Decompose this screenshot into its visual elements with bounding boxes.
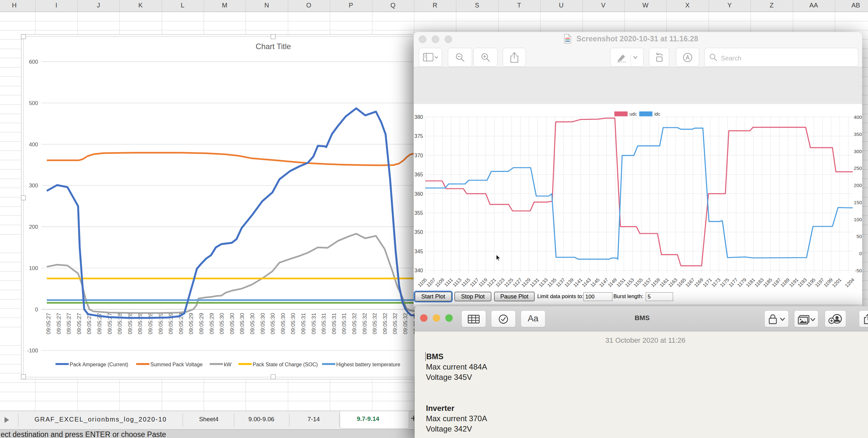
svg-text:09:05:27: 09:05:27 bbox=[56, 313, 62, 334]
svg-text:1113: 1113 bbox=[452, 277, 462, 288]
svg-text:09:05:30: 09:05:30 bbox=[290, 313, 296, 334]
svg-text:100: 100 bbox=[854, 217, 862, 222]
svg-text:09:05:31: 09:05:31 bbox=[321, 313, 327, 334]
svg-text:1165: 1165 bbox=[676, 277, 687, 288]
svg-text:380: 380 bbox=[414, 114, 423, 120]
svg-text:1183: 1183 bbox=[753, 277, 765, 288]
svg-text:1197: 1197 bbox=[814, 277, 825, 288]
svg-text:09:05:29: 09:05:29 bbox=[198, 313, 205, 334]
svg-text:1139: 1139 bbox=[563, 277, 575, 288]
svg-text:1167: 1167 bbox=[684, 277, 696, 288]
svg-text:1199: 1199 bbox=[823, 277, 834, 288]
svg-text:1135: 1135 bbox=[546, 277, 558, 288]
svg-text:345: 345 bbox=[414, 249, 423, 254]
svg-text:1149: 1149 bbox=[607, 277, 618, 288]
svg-text:1163: 1163 bbox=[667, 277, 678, 288]
svg-text:09:05:29: 09:05:29 bbox=[188, 313, 194, 334]
svg-text:0: 0 bbox=[859, 251, 862, 256]
svg-text:1119: 1119 bbox=[477, 277, 488, 288]
svg-text:09:05:27: 09:05:27 bbox=[66, 313, 72, 334]
svg-text:1177: 1177 bbox=[727, 277, 739, 288]
svg-text:1137: 1137 bbox=[555, 277, 566, 288]
svg-text:1131: 1131 bbox=[529, 277, 540, 288]
svg-text:idc: idc bbox=[654, 111, 660, 117]
svg-text:1141: 1141 bbox=[572, 277, 583, 288]
svg-text:1185: 1185 bbox=[762, 277, 773, 288]
svg-text:1121: 1121 bbox=[486, 277, 497, 288]
svg-text:1125: 1125 bbox=[503, 277, 514, 288]
svg-text:300: 300 bbox=[854, 149, 862, 154]
svg-text:09:05:32: 09:05:32 bbox=[392, 313, 398, 334]
svg-text:365: 365 bbox=[414, 172, 423, 177]
svg-text:300: 300 bbox=[29, 182, 38, 188]
svg-text:600: 600 bbox=[29, 59, 38, 65]
svg-text:1111: 1111 bbox=[443, 277, 454, 288]
svg-text:1145: 1145 bbox=[589, 277, 600, 288]
svg-text:kW: kW bbox=[224, 362, 232, 367]
svg-text:1153: 1153 bbox=[624, 277, 635, 288]
svg-text:-50: -50 bbox=[855, 268, 862, 273]
svg-text:09:05:32: 09:05:32 bbox=[402, 313, 408, 334]
svg-text:1159: 1159 bbox=[650, 277, 661, 288]
svg-text:09:05:30: 09:05:30 bbox=[270, 313, 276, 334]
svg-text:09:05:31: 09:05:31 bbox=[311, 313, 317, 334]
svg-text:09:05:30: 09:05:30 bbox=[239, 313, 245, 334]
svg-text:370: 370 bbox=[414, 153, 423, 158]
svg-text:09:05:30: 09:05:30 bbox=[249, 313, 255, 334]
svg-text:350: 350 bbox=[854, 132, 862, 137]
svg-text:250: 250 bbox=[854, 165, 862, 171]
svg-text:1169: 1169 bbox=[693, 277, 704, 288]
svg-text:200: 200 bbox=[29, 224, 38, 230]
svg-text:Highest battery temperature: Highest battery temperature bbox=[336, 362, 400, 367]
svg-text:375: 375 bbox=[414, 134, 423, 139]
svg-text:1127: 1127 bbox=[512, 277, 523, 288]
svg-text:09:05:30: 09:05:30 bbox=[260, 313, 266, 334]
svg-text:09:05:32: 09:05:32 bbox=[362, 313, 368, 334]
svg-text:1179: 1179 bbox=[736, 277, 747, 288]
svg-text:1187: 1187 bbox=[771, 277, 782, 288]
svg-text:1117: 1117 bbox=[469, 277, 480, 288]
svg-text:1129: 1129 bbox=[520, 277, 531, 288]
svg-text:09:05:28: 09:05:28 bbox=[127, 313, 133, 334]
svg-text:1173: 1173 bbox=[710, 277, 721, 288]
svg-text:09:05:31: 09:05:31 bbox=[331, 313, 337, 334]
svg-text:09:05:28: 09:05:28 bbox=[148, 313, 154, 334]
svg-text:09:05:27: 09:05:27 bbox=[86, 313, 92, 334]
svg-text:09:05:27: 09:05:27 bbox=[76, 313, 82, 334]
svg-text:1191: 1191 bbox=[788, 277, 799, 288]
svg-text:09:05:27: 09:05:27 bbox=[45, 313, 52, 334]
svg-text:Pack Amperage (Current): Pack Amperage (Current) bbox=[70, 362, 128, 367]
svg-text:09:05:31: 09:05:31 bbox=[341, 313, 347, 334]
svg-text:09:05:30: 09:05:30 bbox=[280, 313, 286, 334]
svg-text:1147: 1147 bbox=[598, 277, 609, 288]
svg-text:1143: 1143 bbox=[581, 277, 592, 288]
svg-text:1107: 1107 bbox=[425, 277, 437, 288]
svg-text:200: 200 bbox=[854, 182, 862, 188]
svg-text:1195: 1195 bbox=[805, 277, 816, 288]
svg-text:-100: -100 bbox=[27, 348, 38, 354]
svg-text:09:05:28: 09:05:28 bbox=[137, 313, 143, 334]
svg-text:400: 400 bbox=[29, 142, 38, 148]
svg-text:1175: 1175 bbox=[719, 277, 730, 288]
svg-text:1161: 1161 bbox=[659, 277, 670, 288]
svg-text:100: 100 bbox=[29, 265, 38, 271]
svg-text:09:05:30: 09:05:30 bbox=[219, 313, 225, 334]
svg-text:1193: 1193 bbox=[797, 277, 808, 288]
svg-text:1133: 1133 bbox=[537, 277, 549, 288]
svg-text:355: 355 bbox=[414, 210, 423, 216]
svg-text:1109: 1109 bbox=[434, 277, 445, 288]
svg-text:340: 340 bbox=[414, 268, 423, 273]
svg-text:09:05:29: 09:05:29 bbox=[158, 313, 164, 334]
svg-text:50: 50 bbox=[857, 234, 862, 239]
svg-text:1155: 1155 bbox=[632, 277, 644, 288]
svg-text:Summed Pack Voltage: Summed Pack Voltage bbox=[150, 362, 203, 367]
svg-text:0: 0 bbox=[35, 306, 38, 313]
svg-text:09:05:29: 09:05:29 bbox=[209, 313, 215, 334]
svg-text:1151: 1151 bbox=[615, 277, 627, 288]
svg-text:350: 350 bbox=[414, 229, 423, 235]
svg-text:09:05:30: 09:05:30 bbox=[229, 313, 235, 334]
svg-text:09:05:32: 09:05:32 bbox=[351, 313, 358, 334]
svg-text:360: 360 bbox=[414, 191, 423, 197]
svg-text:1181: 1181 bbox=[745, 277, 756, 288]
svg-text:09:05:32: 09:05:32 bbox=[372, 313, 378, 334]
